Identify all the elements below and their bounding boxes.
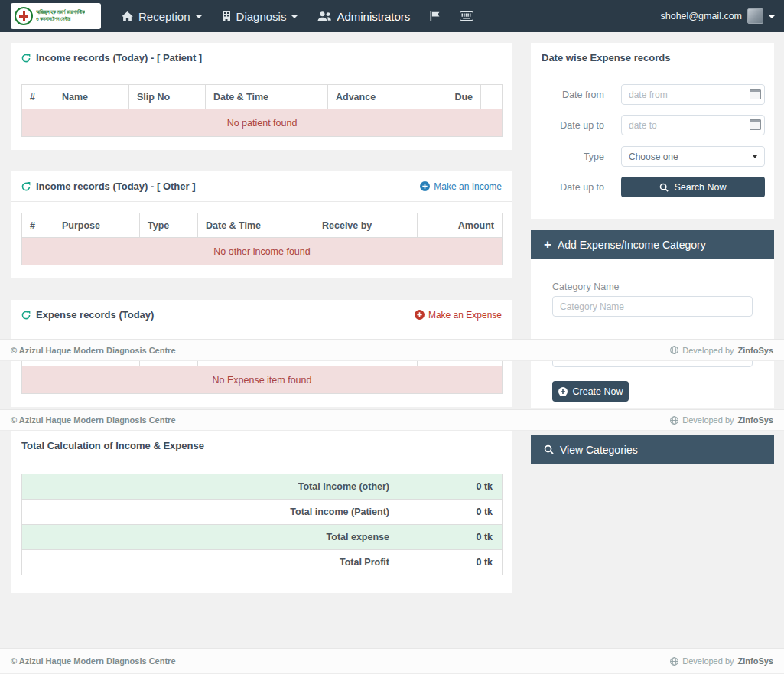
globe-icon xyxy=(670,346,678,354)
logo-line2: ও কনসালটেশন সেন্টার xyxy=(36,16,85,23)
user-email: shohel@gmail.com xyxy=(661,11,742,21)
col-amount: Amount xyxy=(418,213,503,238)
type-select[interactable]: Choose one xyxy=(621,146,765,167)
search-row-label: Date up to xyxy=(531,182,604,193)
col-date-time: Date & Time xyxy=(206,85,328,109)
chevron-down-icon xyxy=(753,155,757,158)
add-category-title: Add Expense/Income Category xyxy=(558,239,706,251)
nav-administrators[interactable]: Administrators xyxy=(307,0,420,32)
users-icon xyxy=(317,11,331,21)
calendar-icon[interactable] xyxy=(750,119,761,130)
logo-line1: আজিজুল হক মডার্ণ ডায়াগনস্টিক xyxy=(36,9,85,16)
building-icon xyxy=(222,11,231,21)
expense-title-row: Expense records (Today) xyxy=(21,309,154,321)
add-category-header[interactable]: + Add Expense/Income Category xyxy=(531,230,774,259)
refresh-icon[interactable] xyxy=(21,182,31,191)
type-select-value: Choose one xyxy=(629,151,753,162)
nav-reception[interactable]: Reception xyxy=(112,0,212,32)
plus-circle-icon xyxy=(415,310,425,320)
footer-developed-by: Developed by xyxy=(682,346,734,355)
footer-copyright: © Azizul Haque Modern Diagnosis Centre xyxy=(11,346,176,355)
search-icon xyxy=(659,183,669,192)
make-expense-label: Make an Expense xyxy=(428,310,502,321)
date-from-label: Date from xyxy=(531,90,604,100)
footer-copyright: © Azizul Haque Modern Diagnosis Centre xyxy=(11,415,176,425)
income-patient-panel: Income records (Today) - [ Patient ] # N… xyxy=(11,43,512,150)
plus-circle-icon xyxy=(420,181,430,191)
no-other-income-message: No other income found xyxy=(22,238,503,265)
footer-developed-by: Developed by xyxy=(682,415,734,425)
nav-diagnosis-label: Diagnosis xyxy=(236,10,287,23)
col-name: Name xyxy=(54,85,129,109)
nav-administrators-label: Administrators xyxy=(337,10,410,23)
globe-icon xyxy=(670,416,678,425)
col-actions xyxy=(481,85,503,109)
income-patient-title: Income records (Today) - [ Patient ] xyxy=(36,52,202,63)
income-patient-table: # Name Slip No Date & Time Advance Due N… xyxy=(21,84,503,137)
footer-band: © Azizul Haque Modern Diagnosis Centre D… xyxy=(0,648,784,674)
nav-diagnosis[interactable]: Diagnosis xyxy=(212,0,308,32)
refresh-icon[interactable] xyxy=(21,311,31,320)
make-income-label: Make an Income xyxy=(434,181,502,192)
col-due: Due xyxy=(421,85,481,109)
total-expense-label: Total expense xyxy=(22,525,399,550)
make-income-link[interactable]: Make an Income xyxy=(420,181,502,192)
logo-text: আজিজুল হক মডার্ণ ডায়াগনস্টিক ও কনসালটেশ… xyxy=(36,9,85,23)
footer-developed-by: Developed by xyxy=(682,656,734,666)
col-slip-no: Slip No xyxy=(129,85,206,109)
plus-circle-icon xyxy=(558,387,568,396)
create-now-button[interactable]: Create Now xyxy=(552,381,629,402)
col-number: # xyxy=(22,213,54,238)
top-navbar: আজিজুল হক মডার্ণ ডায়াগনস্টিক ও কনসালটেশ… xyxy=(0,0,784,32)
page: আজিজুল হক মডার্ণ ডায়াগনস্টিক ও কনসালটেশ… xyxy=(0,0,784,674)
col-receive-by: Receive by xyxy=(314,213,418,238)
logo-emblem-icon xyxy=(15,7,33,25)
view-categories-header[interactable]: View Categories xyxy=(531,435,774,464)
footer-brand: ZinfoSys xyxy=(738,346,773,355)
search-now-button[interactable]: Search Now xyxy=(621,177,765,197)
chevron-down-icon xyxy=(196,15,202,18)
footer-copyright: © Azizul Haque Modern Diagnosis Centre xyxy=(11,656,176,666)
chevron-down-icon xyxy=(291,15,298,18)
expense-title: Expense records (Today) xyxy=(36,309,154,321)
date-from-input[interactable] xyxy=(621,84,765,105)
nav-items: Reception Diagnosis Administrators xyxy=(112,0,483,32)
no-expense-message: No Expense item found xyxy=(22,366,503,394)
totals-panel: Total Calculation of Income & Expense To… xyxy=(11,431,512,593)
income-other-title-row: Income records (Today) - [ Other ] xyxy=(21,181,196,192)
total-income-patient-value: 0 tk xyxy=(399,500,503,525)
total-profit-label: Total Profit xyxy=(22,550,399,575)
table-row: Total expense 0 tk xyxy=(22,525,503,550)
total-expense-value: 0 tk xyxy=(399,525,503,550)
date-to-input[interactable] xyxy=(621,115,765,135)
footer-brand: ZinfoSys xyxy=(738,415,773,425)
totals-title: Total Calculation of Income & Expense xyxy=(21,440,204,451)
user-avatar xyxy=(747,8,763,24)
col-type: Type xyxy=(140,213,198,238)
footer-band: © Azizul Haque Modern Diagnosis Centre D… xyxy=(0,339,784,361)
table-row: Total income (Patient) 0 tk xyxy=(22,500,503,525)
total-profit-value: 0 tk xyxy=(399,550,503,575)
footer-brand: ZinfoSys xyxy=(738,656,773,666)
date-filter-title-row: Date wise Expense records xyxy=(542,52,670,63)
col-advance: Advance xyxy=(328,85,421,109)
income-patient-title-row: Income records (Today) - [ Patient ] xyxy=(21,52,202,63)
flag-icon xyxy=(430,11,440,21)
total-income-other-value: 0 tk xyxy=(399,474,503,500)
home-icon xyxy=(122,11,133,21)
user-menu[interactable]: shohel@gmail.com xyxy=(661,0,775,32)
logo[interactable]: আজিজুল হক মডার্ণ ডায়াগনস্টিক ও কনসালটেশ… xyxy=(11,3,101,29)
calendar-icon[interactable] xyxy=(750,89,761,99)
make-expense-link[interactable]: Make an Expense xyxy=(415,310,502,321)
category-name-input[interactable] xyxy=(552,296,753,317)
add-category-body: Category Name Create Now xyxy=(531,259,774,408)
table-row: Total income (other) 0 tk xyxy=(22,474,503,500)
nav-flag[interactable] xyxy=(420,0,450,32)
keyboard-icon xyxy=(460,11,473,21)
nav-keyboard[interactable] xyxy=(450,0,483,32)
refresh-icon[interactable] xyxy=(21,54,31,63)
globe-icon xyxy=(670,657,678,666)
col-purpose: Purpose xyxy=(54,213,140,238)
totals-table: Total income (other) 0 tk Total income (… xyxy=(21,474,503,575)
view-categories-title: View Categories xyxy=(560,444,638,456)
